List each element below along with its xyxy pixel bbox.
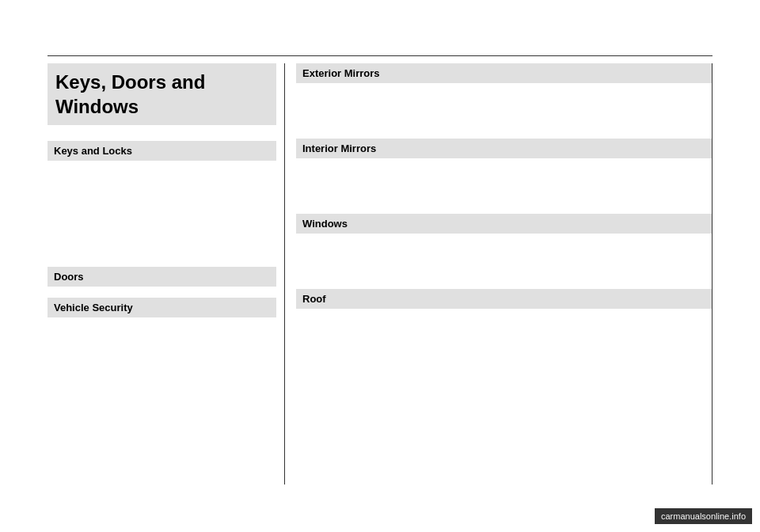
spacer-after-keys	[48, 172, 276, 267]
nav-item-doors[interactable]: Doors	[48, 267, 276, 287]
section-title-line1: Keys, Doors and	[55, 71, 205, 93]
section-title: Keys, Doors and Windows	[48, 63, 276, 125]
nav-item-vehicle-security[interactable]: Vehicle Security	[48, 298, 276, 317]
watermark: carmanualsonline.info	[655, 508, 752, 524]
nav-item-keys-and-locks[interactable]: Keys and Locks	[48, 141, 276, 161]
page-container: Keys, Doors and Windows Keys and Locks D…	[0, 0, 760, 532]
left-column: Keys, Doors and Windows Keys and Locks D…	[48, 63, 285, 484]
top-border	[48, 55, 712, 56]
nav-item-windows[interactable]: Windows	[296, 214, 712, 234]
right-column: Exterior Mirrors Interior Mirrors Window…	[285, 63, 712, 484]
content-area: Keys, Doors and Windows Keys and Locks D…	[48, 63, 712, 484]
nav-item-exterior-mirrors[interactable]: Exterior Mirrors	[296, 63, 712, 83]
nav-item-interior-mirrors[interactable]: Interior Mirrors	[296, 139, 712, 158]
section-title-line2: Windows	[55, 96, 139, 117]
nav-item-roof[interactable]: Roof	[296, 289, 712, 309]
